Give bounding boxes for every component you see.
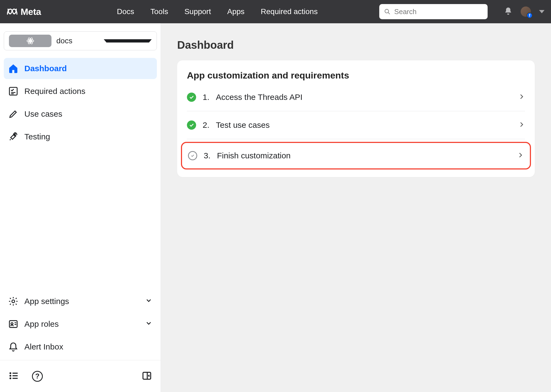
main-content: Dashboard App customization and requirem…	[161, 23, 551, 392]
tools-icon	[8, 132, 18, 142]
help-button[interactable]: ?	[32, 371, 43, 382]
sidebar-item-label: App settings	[24, 297, 69, 306]
check-circle-icon	[187, 93, 196, 102]
step-row-access-threads-api[interactable]: 1. Access the Threads API	[177, 83, 535, 111]
bell-icon	[504, 7, 513, 15]
svg-point-2	[29, 40, 31, 42]
app-icon	[9, 35, 51, 47]
nav-required-actions[interactable]: Required actions	[261, 7, 318, 16]
collapse-sidebar-button[interactable]	[142, 371, 152, 382]
sidebar-item-label: Testing	[24, 132, 50, 141]
card-title: App customization and requirements	[177, 70, 535, 83]
app-selector[interactable]: docs	[4, 31, 157, 50]
sidebar-item-dashboard[interactable]: Dashboard	[4, 58, 157, 79]
sidebar: docs Dashboard Required actions Use case…	[0, 23, 161, 392]
step-row-finish-customization[interactable]: 3. Finish customization	[181, 142, 531, 169]
sidebar-item-label: Use cases	[24, 109, 62, 119]
chevron-down-icon	[145, 319, 153, 329]
sidebar-item-alert-inbox[interactable]: Alert Inbox	[4, 336, 157, 357]
svg-point-9	[11, 323, 13, 325]
page-title: Dashboard	[177, 39, 535, 51]
sidebar-item-label: App roles	[24, 319, 59, 329]
circle-check-outline-icon	[188, 151, 197, 160]
chevron-right-icon	[518, 93, 525, 101]
app-selector-name: docs	[56, 37, 99, 45]
step-number: 1.	[203, 93, 209, 102]
check-circle-icon	[187, 120, 196, 130]
meta-logo-icon	[7, 6, 18, 17]
panel-collapse-icon	[142, 371, 152, 381]
sidebar-item-label: Required actions	[24, 87, 85, 96]
nav-support[interactable]: Support	[184, 7, 211, 16]
notifications-button[interactable]	[504, 7, 513, 17]
gear-icon	[8, 296, 18, 306]
top-bar: Meta Docs Tools Support Apps Required ac…	[0, 0, 551, 23]
chevron-right-icon	[517, 152, 524, 160]
search-icon	[384, 8, 390, 15]
top-actions: f	[504, 6, 544, 17]
sidebar-item-app-roles[interactable]: App roles	[4, 313, 157, 335]
avatar[interactable]: f	[521, 6, 531, 17]
search-box[interactable]	[379, 4, 488, 19]
sidebar-item-app-settings[interactable]: App settings	[4, 291, 157, 312]
sidebar-footer: ?	[0, 360, 161, 392]
nav-apps[interactable]: Apps	[227, 7, 245, 16]
svg-point-12	[10, 377, 11, 379]
sidebar-item-testing[interactable]: Testing	[4, 126, 157, 147]
top-nav: Docs Tools Support Apps Required actions	[117, 7, 317, 16]
sidebar-item-label: Dashboard	[24, 64, 67, 73]
facebook-badge-icon: f	[527, 12, 533, 18]
svg-line-1	[388, 12, 390, 14]
account-menu-caret-icon[interactable]	[539, 10, 544, 13]
step-row-test-use-cases[interactable]: 2. Test use cases	[177, 111, 535, 139]
nav-tools[interactable]: Tools	[150, 7, 168, 16]
sidebar-item-label: Alert Inbox	[24, 342, 63, 351]
list-icon	[9, 371, 19, 381]
step-label: Finish customization	[217, 151, 291, 160]
step-label: Test use cases	[216, 120, 270, 130]
chevron-down-icon	[145, 297, 153, 306]
svg-point-11	[10, 375, 11, 376]
question-icon: ?	[35, 372, 40, 380]
step-label: Access the Threads API	[216, 93, 303, 102]
search-input[interactable]	[394, 8, 483, 16]
brand-logo[interactable]: Meta	[7, 6, 41, 17]
chevron-down-icon	[104, 39, 152, 43]
sidebar-item-required-actions[interactable]: Required actions	[4, 81, 157, 102]
brand-name: Meta	[21, 6, 41, 17]
customization-card: App customization and requirements 1. Ac…	[177, 60, 535, 177]
home-icon	[8, 63, 18, 74]
id-card-icon	[8, 319, 18, 329]
checklist-icon	[8, 86, 18, 96]
nav-docs[interactable]: Docs	[117, 7, 134, 16]
pencil-icon	[8, 109, 18, 119]
step-number: 3.	[204, 151, 210, 160]
svg-point-7	[12, 300, 15, 303]
sidebar-item-use-cases[interactable]: Use cases	[4, 103, 157, 125]
chevron-right-icon	[518, 121, 525, 129]
svg-point-10	[10, 372, 11, 374]
step-number: 2.	[203, 120, 209, 130]
nav-outline-button[interactable]	[9, 371, 19, 382]
bell-outline-icon	[8, 342, 18, 352]
